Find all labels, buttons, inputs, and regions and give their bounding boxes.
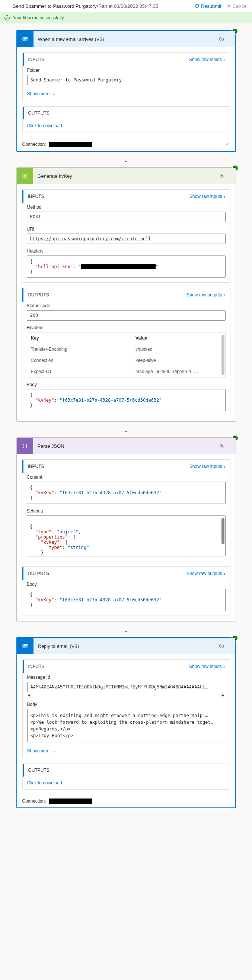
card-header[interactable]: Generate kvKey 0s	[17, 168, 236, 184]
body-value: <p>This is exciting and might empower a …	[27, 709, 225, 742]
headers-label: Headers	[27, 248, 226, 254]
outputs-title: OUTPUTS	[28, 768, 49, 773]
success-check-icon: ✓	[5, 15, 10, 21]
http-icon	[17, 168, 33, 184]
inputs-title: INPUTS	[28, 664, 45, 669]
chevron-right-icon: ›	[224, 193, 226, 199]
outlook-icon: O	[17, 31, 33, 47]
chevron-right-icon: ›	[224, 571, 226, 576]
outputs-title: OUTPUTS	[28, 110, 49, 116]
card-title: Parse JSON	[33, 443, 220, 449]
connection-label: Connection:	[22, 142, 46, 147]
folder-value: Send Spammer to Password Purgatory	[27, 75, 225, 85]
outputs-title: OUTPUTS	[28, 292, 49, 298]
chevron-right-icon: ›	[224, 292, 226, 298]
show-raw-inputs-link[interactable]: Show raw inputs›	[189, 663, 225, 670]
data-operation-icon	[17, 438, 33, 454]
scrollbar[interactable]	[222, 335, 225, 375]
out-headers-label: Headers	[27, 325, 226, 330]
connection-row: Connection:	[17, 795, 235, 807]
svg-text:O: O	[23, 645, 25, 647]
chevron-right-icon: ›	[224, 463, 226, 469]
headers-json: { "hell-api-key": " "}	[27, 256, 226, 278]
show-raw-outputs-link[interactable]: Show raw outputs›	[187, 571, 225, 576]
body-label: Body	[27, 582, 226, 587]
download-outputs-link[interactable]: Click to download	[23, 119, 230, 132]
connection-value-redacted	[49, 799, 92, 804]
arrow-down-icon: ↓	[16, 624, 236, 634]
col-key: Key	[31, 336, 136, 340]
outputs-panel: OUTPUTS Show raw outputs› Body { "kvKey"…	[22, 566, 230, 616]
show-more-link[interactable]: Show more ⌄	[27, 91, 56, 96]
connection-row: Connection: ✓	[17, 138, 235, 151]
arrow-down-icon: ↓	[16, 155, 236, 164]
folder-label: Folder	[27, 68, 225, 73]
body-json: { "kvKey": "f63c7e81-b27b-4328-a707-5f0c…	[27, 389, 226, 411]
card-title: Generate kvKey	[33, 173, 220, 179]
inputs-panel: INPUTS Show raw inputs› Method POST URI …	[22, 189, 230, 283]
card-header[interactable]: Parse JSON 0s	[17, 438, 236, 454]
body-label: Body	[27, 702, 225, 707]
chevron-down-icon: ⌄	[52, 748, 56, 754]
connection-value-redacted	[49, 142, 92, 147]
card-header[interactable]: O When a new email arrives (V3) 0s	[17, 31, 235, 47]
card-duration: 0s	[219, 37, 235, 41]
schema-json: { "type": "object", "properties": { "kvK…	[27, 515, 226, 557]
outputs-panel: OUTPUTS Click to download	[22, 764, 230, 789]
show-more-link[interactable]: Show more ⌄	[27, 748, 56, 754]
chevron-right-icon: ›	[223, 663, 225, 670]
success-message: Your flow ran successfully.	[13, 15, 65, 21]
msgid-label: Message Id	[27, 675, 225, 680]
table-row: Connectionkeep-alive	[27, 355, 225, 366]
connection-check-icon: ✓	[226, 141, 230, 147]
col-value: Value	[136, 336, 221, 340]
card-duration: 0s	[219, 643, 235, 649]
resubmit-label: Resubmit	[201, 3, 222, 9]
svg-point-4	[24, 175, 26, 177]
show-raw-inputs-link[interactable]: Show raw inputs›	[190, 193, 226, 199]
download-outputs-link[interactable]: Click to download	[23, 776, 230, 789]
flow-title: Send Spammer to Password Purgatory	[13, 3, 96, 9]
uri-link[interactable]: https://api.passwordpurgatory.com/create…	[30, 236, 151, 241]
inputs-panel: INPUTS Show raw inputs› Folder Send Spam…	[22, 52, 230, 101]
chevron-right-icon: ›	[223, 57, 225, 62]
show-raw-inputs-link[interactable]: Show raw inputs›	[190, 463, 226, 469]
content-label: Content	[27, 474, 226, 480]
headers-table: KeyValue Transfer-Encodingchunked Connec…	[27, 332, 226, 377]
resubmit-button[interactable]: Resubmit	[194, 3, 222, 9]
cancel-button: ✕ Cancel	[227, 3, 247, 9]
inputs-panel: INPUTS Show raw inputs› Message Id AAMkA…	[22, 659, 230, 758]
inputs-title: INPUTS	[28, 57, 45, 62]
show-raw-inputs-link[interactable]: Show raw inputs›	[189, 57, 225, 62]
card-duration: 0s	[220, 173, 236, 178]
scroll-right-icon: ►	[221, 693, 225, 697]
connection-label: Connection:	[22, 799, 46, 804]
card-generate-kvkey: Generate kvKey 0s INPUTS Show raw inputs…	[16, 167, 236, 422]
card-email-trigger: O When a new email arrives (V3) 0s INPUT…	[16, 30, 236, 152]
method-value: POST	[27, 212, 226, 222]
outputs-title: OUTPUTS	[28, 571, 49, 576]
status-value: 200	[27, 310, 226, 321]
card-parse-json: Parse JSON 0s INPUTS Show raw inputs› Co…	[16, 438, 236, 622]
back-arrow-icon[interactable]: ←	[5, 3, 10, 9]
show-raw-outputs-link[interactable]: Show raw outputs›	[187, 292, 225, 298]
body-label: Body	[27, 382, 226, 387]
flow-column: O When a new email arrives (V3) 0s INPUT…	[16, 30, 236, 808]
msgid-value: AAMkADE4NzA5MTU0LTE1ODktNDgzMC1hNWIwLTEy…	[27, 682, 225, 692]
success-banner: ✓ Your flow ran successfully.	[0, 12, 252, 24]
svg-rect-5	[24, 178, 25, 178]
outputs-panel: OUTPUTS Show raw outputs› Status code 20…	[22, 288, 230, 416]
chevron-down-icon: ⌄	[52, 91, 56, 96]
inputs-title: INPUTS	[28, 464, 44, 469]
msgid-scrollbar[interactable]: ◄►	[27, 693, 225, 697]
body-json: { "kvKey": "f63c7e81-b27b-4328-a707-5f0c…	[27, 589, 226, 611]
scrollbar[interactable]	[222, 518, 225, 544]
table-row: Expect-CTmax-age=604800, report-uri=…	[27, 366, 225, 377]
card-title: When a new email arrives (V3)	[33, 37, 219, 42]
ran-at-label: Ran at 03/08/2022 05:47:35	[98, 3, 158, 9]
method-label: Method	[27, 205, 226, 210]
outlook-icon: O	[17, 638, 33, 654]
card-header[interactable]: O Reply to email (V3) 0s	[17, 638, 235, 654]
topbar: ← Send Spammer to Password Purgatory • R…	[0, 0, 252, 12]
card-title: Reply to email (V3)	[33, 643, 219, 649]
